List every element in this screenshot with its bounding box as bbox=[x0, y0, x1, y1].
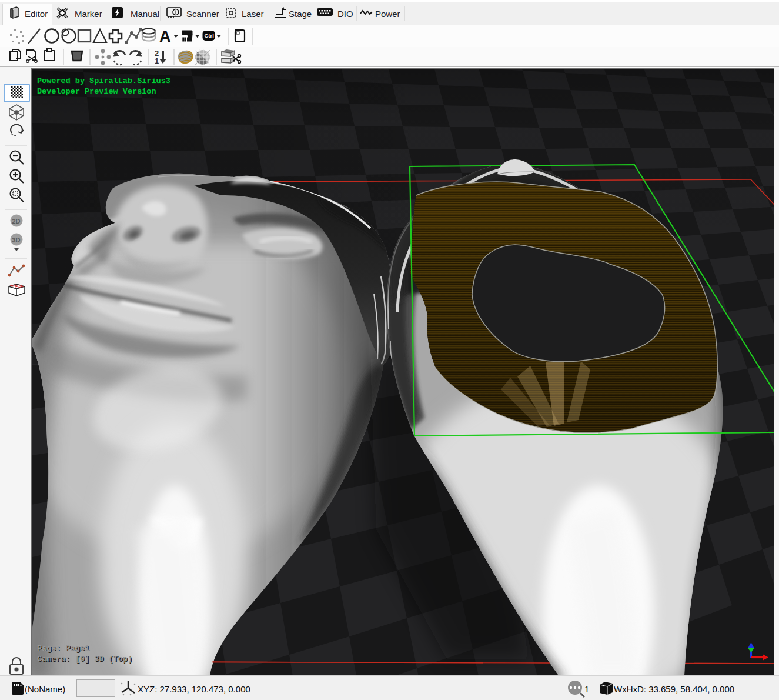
svg-text:Ctrl: Ctrl bbox=[205, 32, 214, 39]
svg-text:2D: 2D bbox=[12, 218, 21, 225]
svg-text:1: 1 bbox=[155, 56, 159, 65]
svg-text:3D: 3D bbox=[12, 236, 21, 244]
svg-text:A: A bbox=[159, 28, 171, 45]
